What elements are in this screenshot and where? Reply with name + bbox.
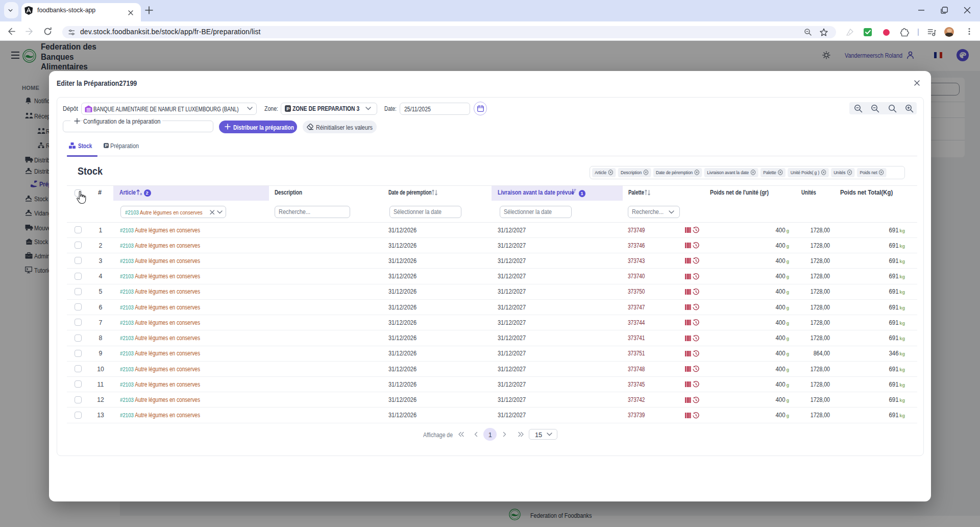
svg-text:a: a [140,191,142,196]
